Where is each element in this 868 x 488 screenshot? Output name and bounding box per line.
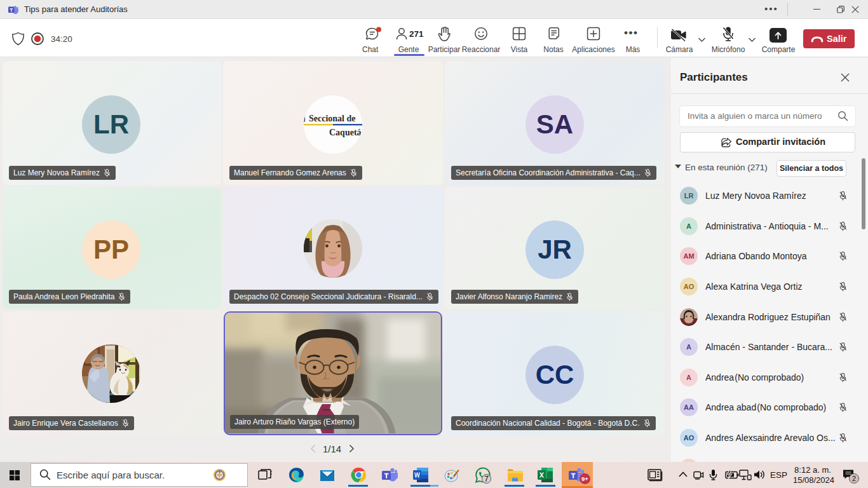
svg-text:j̇: j̇ xyxy=(304,114,306,122)
svg-text:7: 7 xyxy=(484,475,489,484)
svg-text:Seccional de: Seccional de xyxy=(309,114,356,123)
svg-text:Caquetá: Caquetá xyxy=(329,128,362,137)
